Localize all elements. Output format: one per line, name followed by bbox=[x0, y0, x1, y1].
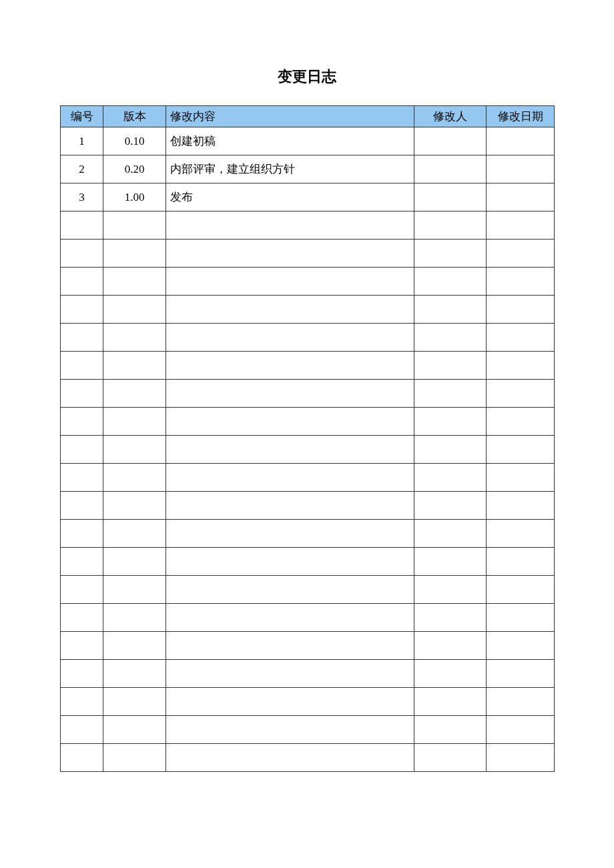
cell-num bbox=[61, 240, 103, 268]
cell-person bbox=[414, 548, 487, 576]
header-num: 编号 bbox=[61, 106, 103, 127]
cell-content bbox=[166, 716, 414, 744]
cell-content bbox=[166, 240, 414, 268]
cell-version bbox=[103, 464, 166, 492]
table-row bbox=[61, 548, 555, 576]
cell-date bbox=[487, 436, 555, 464]
cell-content bbox=[166, 296, 414, 324]
cell-version bbox=[103, 408, 166, 436]
cell-date bbox=[487, 268, 555, 296]
cell-person bbox=[414, 155, 487, 183]
cell-person bbox=[414, 436, 487, 464]
cell-date bbox=[487, 464, 555, 492]
cell-date bbox=[487, 296, 555, 324]
cell-person bbox=[414, 408, 487, 436]
page-title: 变更日志 bbox=[60, 67, 554, 87]
cell-version: 0.20 bbox=[103, 155, 166, 183]
cell-date bbox=[487, 408, 555, 436]
cell-version bbox=[103, 660, 166, 688]
changelog-table: 编号 版本 修改内容 修改人 修改日期 10.10创建初稿20.20内部评审，建… bbox=[60, 105, 555, 772]
cell-person bbox=[414, 211, 487, 240]
cell-content bbox=[166, 744, 414, 772]
cell-num: 2 bbox=[61, 155, 103, 183]
cell-content bbox=[166, 268, 414, 296]
cell-version bbox=[103, 380, 166, 408]
cell-version bbox=[103, 576, 166, 604]
table-row bbox=[61, 576, 555, 604]
cell-person bbox=[414, 352, 487, 380]
table-row bbox=[61, 240, 555, 268]
cell-num bbox=[61, 492, 103, 520]
cell-version bbox=[103, 632, 166, 660]
cell-person bbox=[414, 268, 487, 296]
cell-num: 3 bbox=[61, 183, 103, 211]
cell-date bbox=[487, 660, 555, 688]
cell-content bbox=[166, 380, 414, 408]
table-row bbox=[61, 688, 555, 716]
cell-version bbox=[103, 744, 166, 772]
cell-version bbox=[103, 324, 166, 352]
cell-person bbox=[414, 520, 487, 548]
cell-date bbox=[487, 604, 555, 632]
cell-content bbox=[166, 576, 414, 604]
cell-content bbox=[166, 548, 414, 576]
cell-person bbox=[414, 296, 487, 324]
cell-person bbox=[414, 240, 487, 268]
table-row bbox=[61, 744, 555, 772]
cell-version: 0.10 bbox=[103, 127, 166, 155]
cell-version bbox=[103, 688, 166, 716]
cell-date bbox=[487, 211, 555, 240]
cell-version bbox=[103, 716, 166, 744]
cell-person bbox=[414, 464, 487, 492]
table-row bbox=[61, 492, 555, 520]
cell-person bbox=[414, 492, 487, 520]
table-row bbox=[61, 716, 555, 744]
cell-person bbox=[414, 744, 487, 772]
cell-num bbox=[61, 688, 103, 716]
table-row bbox=[61, 211, 555, 240]
header-date: 修改日期 bbox=[487, 106, 555, 127]
cell-version bbox=[103, 352, 166, 380]
cell-num bbox=[61, 380, 103, 408]
cell-content bbox=[166, 436, 414, 464]
cell-content: 内部评审，建立组织方针 bbox=[166, 155, 414, 183]
cell-num: 1 bbox=[61, 127, 103, 155]
cell-content bbox=[166, 408, 414, 436]
cell-person bbox=[414, 716, 487, 744]
cell-date bbox=[487, 716, 555, 744]
cell-num bbox=[61, 211, 103, 240]
cell-version bbox=[103, 211, 166, 240]
cell-person bbox=[414, 576, 487, 604]
cell-num bbox=[61, 576, 103, 604]
cell-date bbox=[487, 183, 555, 211]
cell-person bbox=[414, 604, 487, 632]
cell-content bbox=[166, 211, 414, 240]
cell-version bbox=[103, 268, 166, 296]
table-row bbox=[61, 352, 555, 380]
cell-content bbox=[166, 632, 414, 660]
cell-version bbox=[103, 296, 166, 324]
header-version: 版本 bbox=[103, 106, 166, 127]
cell-person bbox=[414, 127, 487, 155]
cell-date bbox=[487, 688, 555, 716]
table-row: 20.20内部评审，建立组织方针 bbox=[61, 155, 555, 183]
table-row bbox=[61, 296, 555, 324]
cell-person bbox=[414, 183, 487, 211]
cell-version bbox=[103, 492, 166, 520]
cell-content bbox=[166, 520, 414, 548]
cell-version: 1.00 bbox=[103, 183, 166, 211]
cell-person bbox=[414, 380, 487, 408]
table-row bbox=[61, 604, 555, 632]
table-row bbox=[61, 660, 555, 688]
cell-version bbox=[103, 520, 166, 548]
table-row bbox=[61, 436, 555, 464]
cell-person bbox=[414, 660, 487, 688]
cell-date bbox=[487, 324, 555, 352]
cell-content bbox=[166, 492, 414, 520]
cell-date bbox=[487, 492, 555, 520]
cell-num bbox=[61, 716, 103, 744]
cell-num bbox=[61, 324, 103, 352]
cell-date bbox=[487, 744, 555, 772]
table-header-row: 编号 版本 修改内容 修改人 修改日期 bbox=[61, 106, 555, 127]
cell-num bbox=[61, 296, 103, 324]
